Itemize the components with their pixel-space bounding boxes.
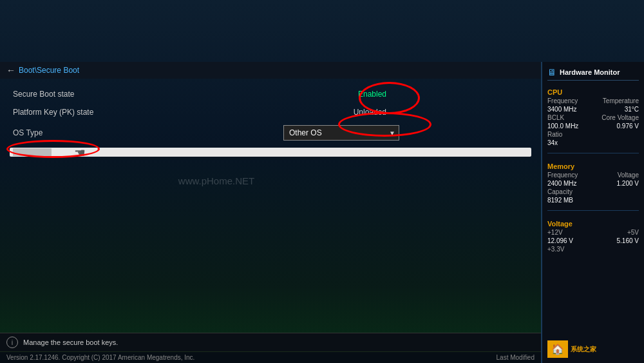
breadcrumb-bar: ← Boot\Secure Boot (0, 62, 541, 79)
mem-frequency-row: Frequency Voltage (547, 172, 639, 179)
footer-version: Version 2.17.1246. Copyright (C) 2017 Am… (6, 354, 194, 361)
platform-key-value: Unloaded (354, 108, 386, 117)
voltage-12v-label: +12V (547, 229, 563, 236)
cpu-core-voltage-value: 0.976 V (617, 123, 639, 130)
hand-cursor-icon: ☚ (74, 145, 86, 161)
cpu-ratio-row: Ratio (547, 131, 639, 138)
cpu-frequency-value-row: 3400 MHz 31°C (547, 106, 639, 113)
breadcrumb-path: Boot\Secure Boot (19, 66, 79, 75)
os-type-dropdown-wrapper[interactable]: Other OS Windows UEFI Mode ▼ (283, 125, 399, 141)
hardware-monitor-panel: 🖥 Hardware Monitor CPU Frequency Tempera… (541, 62, 644, 363)
memory-divider (547, 210, 639, 211)
memory-section: Memory Frequency Voltage 2400 MHz 1.200 … (547, 160, 639, 204)
voltage-12v-value: 12.096 V (547, 237, 573, 244)
settings-list: Secure Boot state Enabled Platform Key (… (0, 79, 541, 333)
monitor-icon: 🖥 (547, 67, 556, 77)
os-type-row: OS Type Other OS Windows UEFI Mode ▼ (0, 121, 541, 144)
voltage-33v-row: +3.3V (547, 246, 639, 253)
platform-key-label: Platform Key (PK) state (13, 108, 142, 117)
voltage-5v-value: 5.160 V (617, 237, 639, 244)
cpu-frequency-row: Frequency Temperature (547, 97, 639, 104)
os-type-label: OS Type (13, 128, 142, 137)
voltage-section-title: Voltage (547, 220, 639, 228)
cpu-frequency-label: Frequency (547, 97, 578, 104)
info-circle-icon: i (6, 337, 18, 348)
mem-voltage-label: Voltage (618, 172, 639, 179)
site-name: 系统之家 (571, 345, 596, 354)
voltage-5v-label: +5V (627, 229, 639, 236)
voltage-12v-row: +12V +5V (547, 229, 639, 236)
cpu-bclk-value-row: 100.0 MHz 0.976 V (547, 123, 639, 130)
mem-frequency-value: 2400 MHz (547, 180, 577, 187)
center-panel: ← Boot\Secure Boot Secure Boot state Ena… (0, 62, 541, 363)
voltage-section: Voltage +12V +5V 12.096 V 5.160 V +3.3V (547, 217, 639, 253)
mem-capacity-row: Capacity (547, 188, 639, 195)
voltage-33v-label: +3.3V (547, 246, 564, 253)
footer-right: Last Modified (497, 354, 535, 361)
mem-voltage-value: 1.200 V (617, 180, 639, 187)
cpu-bclk-value: 100.0 MHz (547, 123, 578, 130)
cpu-ratio-label: Ratio (547, 131, 562, 138)
secure-boot-state-value: Enabled (358, 90, 386, 99)
secure-boot-state-label: Secure Boot state (13, 90, 142, 99)
bottom-info-text: Manage the secure boot keys. (23, 338, 118, 346)
house-icon: 🏠 (551, 343, 564, 355)
secure-boot-state-row: Secure Boot state Enabled (0, 85, 541, 103)
cpu-bclk-row: BCLK Core Voltage (547, 114, 639, 121)
cpu-ratio-value: 34x (547, 139, 558, 146)
mem-capacity-value: 8192 MB (547, 197, 573, 204)
footer: Version 2.17.1246. Copyright (C) 2017 Am… (0, 351, 541, 363)
cpu-core-voltage-label: Core Voltage (601, 114, 639, 121)
watermark: www.pHome.NET (178, 175, 254, 186)
mem-capacity-value-row: 8192 MB (547, 197, 639, 204)
breadcrumb-back-arrow[interactable]: ← (6, 65, 15, 75)
cpu-frequency-value: 3400 MHz (547, 106, 577, 113)
house-icon-wrapper: 🏠 (547, 340, 568, 358)
hw-title: Hardware Monitor (560, 68, 620, 76)
memory-section-title: Memory (547, 162, 639, 170)
scroll-thumb[interactable] (13, 148, 52, 156)
platform-key-state-row: Platform Key (PK) state Unloaded (0, 103, 541, 121)
mem-capacity-label: Capacity (547, 188, 573, 195)
hw-header: 🖥 Hardware Monitor (547, 67, 639, 81)
cpu-temperature-value: 31°C (625, 106, 639, 113)
os-type-select[interactable]: Other OS Windows UEFI Mode (283, 125, 399, 141)
mem-frequency-value-row: 2400 MHz 1.200 V (547, 180, 639, 187)
cpu-temperature-label: Temperature (603, 97, 639, 104)
voltage-12v-value-row: 12.096 V 5.160 V (547, 237, 639, 244)
mem-frequency-label: Frequency (547, 172, 578, 179)
cpu-ratio-value-row: 34x (547, 139, 639, 146)
last-modified-text: Last Modified (497, 354, 535, 361)
bottom-logo: 🏠 系统之家 (547, 340, 639, 358)
cpu-bclk-label: BCLK (547, 114, 564, 121)
bottom-bar: i Manage the secure boot keys. (0, 333, 541, 351)
cpu-section: CPU Frequency Temperature 3400 MHz 31°C … (547, 86, 639, 146)
cpu-section-title: CPU (547, 88, 639, 96)
cpu-divider (547, 153, 639, 153)
scroll-bar[interactable]: ☚ (10, 148, 531, 157)
